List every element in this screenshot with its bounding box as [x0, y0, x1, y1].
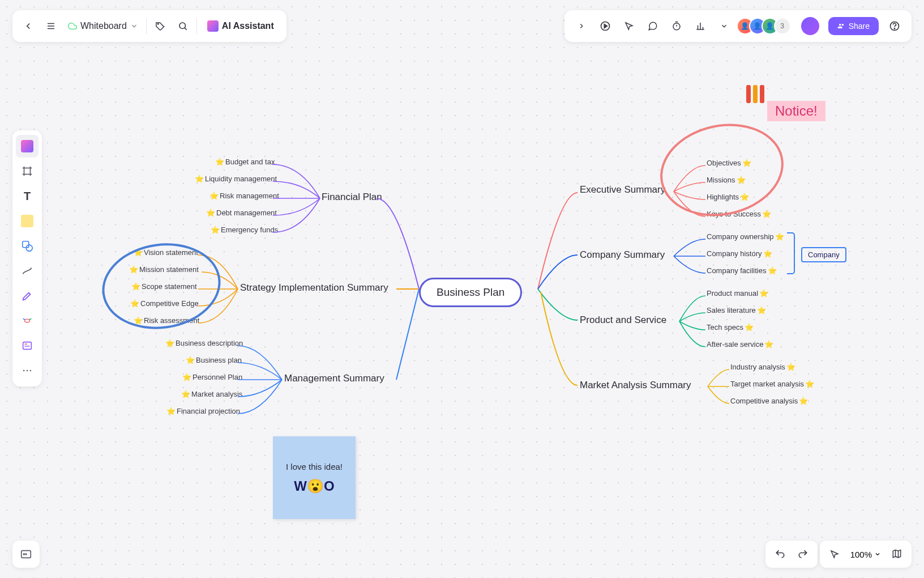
svg-line-23 [23, 318, 25, 320]
document-title: Whiteboard [80, 21, 127, 31]
sticky-note-tool[interactable] [16, 210, 38, 232]
svg-point-21 [26, 245, 32, 251]
svg-rect-25 [23, 342, 32, 350]
mindmap-leaf-node[interactable]: Competitive analysis⭐ [730, 397, 809, 405]
svg-point-28 [23, 370, 25, 372]
svg-point-15 [894, 28, 895, 29]
mindmap-leaf-node[interactable]: ⭐Risk assessment [132, 316, 199, 325]
mindmap-leaf-node[interactable]: ⭐Business description [164, 339, 243, 347]
sticky-note-reaction: W😮O [294, 478, 334, 494]
svg-point-33 [25, 554, 27, 555]
mindmap-leaf-node[interactable]: Missions⭐ [707, 176, 747, 184]
mindmap-leaf-node[interactable]: ⭐Budget and tax [214, 158, 275, 166]
mindmap-leaf-node[interactable]: Objectives⭐ [707, 159, 752, 167]
exclamation-decoration [746, 85, 764, 103]
mindmap-branch-node[interactable]: Executive Summary [580, 184, 665, 196]
canvas[interactable]: Business Plan Financial Plan⭐Budget and … [0, 0, 924, 578]
chart-button[interactable] [689, 15, 712, 37]
mindmap-leaf-node[interactable]: ⭐Debt management [205, 209, 277, 217]
mindmap-leaf-node[interactable]: After-sale service⭐ [707, 340, 775, 348]
timer-button[interactable] [665, 15, 688, 37]
svg-line-24 [29, 318, 32, 320]
ai-logo-icon [207, 20, 219, 32]
notice-annotation[interactable]: Notice! [767, 101, 825, 121]
more-tools[interactable] [16, 359, 38, 382]
svg-rect-20 [23, 241, 29, 248]
mindmap-root-node[interactable]: Business Plan [419, 278, 522, 307]
cursor-mode-button[interactable] [823, 543, 846, 566]
present-button[interactable] [594, 15, 617, 37]
svg-line-5 [185, 28, 186, 29]
ai-content-tool[interactable] [16, 334, 38, 357]
mindmap-branch-node[interactable]: Strategy Implementation Summary [240, 282, 388, 294]
text-tool[interactable]: T [16, 185, 38, 207]
cursor-follow-button[interactable] [618, 15, 640, 37]
expand-button[interactable] [570, 15, 593, 37]
more-button[interactable] [713, 15, 735, 37]
comment-button[interactable] [641, 15, 664, 37]
mindmap-branch-node[interactable]: Product and Service [580, 314, 666, 326]
mindmap-tool[interactable] [16, 309, 38, 332]
document-title-dropdown[interactable]: Whiteboard [62, 21, 144, 31]
sticky-note[interactable]: I love this idea! W😮O [273, 436, 356, 519]
mindmap-branch-node[interactable]: Management Summary [284, 373, 384, 384]
sticky-note-text: I love this idea! [286, 462, 343, 471]
mindmap-leaf-node[interactable]: Company history⭐ [707, 249, 773, 258]
mindmap-leaf-node[interactable]: Company ownership⭐ [707, 232, 785, 241]
svg-point-3 [157, 24, 159, 25]
connector-tool[interactable] [16, 260, 38, 282]
mindmap-branch-node[interactable]: Company Summary [580, 249, 665, 261]
mindmap-leaf-node[interactable]: ⭐Competitive Edge [129, 299, 199, 308]
share-label: Share [849, 22, 870, 31]
company-label-box[interactable]: Company [801, 247, 846, 262]
mindmap-leaf-node[interactable]: Sales literature⭐ [707, 306, 767, 314]
mindmap-leaf-node[interactable]: Company facilities⭐ [707, 266, 778, 275]
mindmap-leaf-node[interactable]: ⭐Financial projection [165, 407, 240, 415]
feedback-button[interactable] [12, 541, 40, 568]
mindmap-leaf-node[interactable]: ⭐Liquidity management [194, 175, 277, 183]
bracket-annotation [787, 232, 795, 274]
mindmap-branch-node[interactable]: Financial Plan [322, 192, 382, 203]
mindmap-leaf-node[interactable]: Highlights⭐ [707, 193, 750, 201]
svg-point-4 [179, 23, 186, 29]
mindmap-leaf-node[interactable]: Target market analysis⭐ [730, 380, 815, 388]
mindmap-branch-node[interactable]: Market Analysis Summary [580, 380, 691, 391]
mindmap-leaf-node[interactable]: ⭐Mission statement [128, 265, 199, 274]
back-button[interactable] [17, 15, 40, 37]
help-button[interactable] [883, 15, 906, 37]
top-toolbar-right: 👤 👤 👤 3 Share [564, 10, 912, 42]
menu-button[interactable] [40, 15, 62, 37]
mindmap-leaf-node[interactable]: ⭐Emergency funds [209, 226, 278, 234]
share-button[interactable]: Share [828, 17, 879, 35]
avatar-count: 3 [774, 18, 791, 35]
zoom-level-dropdown[interactable]: 100% [846, 550, 886, 559]
mindmap-leaf-node[interactable]: ⭐Scope statement [130, 282, 197, 291]
mindmap-leaf-node[interactable]: Tech specs⭐ [707, 323, 755, 332]
mindmap-leaf-node[interactable]: ⭐Vision statement [132, 248, 198, 257]
svg-point-29 [27, 370, 28, 372]
ai-assistant-button[interactable]: AI Assistant [199, 20, 282, 32]
svg-point-32 [23, 554, 24, 555]
mindmap-leaf-node[interactable]: Keys to Success⭐ [707, 210, 772, 218]
undo-button[interactable] [769, 543, 792, 566]
tag-button[interactable] [149, 15, 172, 37]
mindmap-leaf-node[interactable]: ⭐Business plan [185, 356, 242, 364]
bottom-toolbar: 100% [765, 541, 912, 568]
collaborator-avatars[interactable]: 👤 👤 👤 3 [741, 18, 791, 35]
top-toolbar-left: Whiteboard AI Assistant [12, 10, 286, 42]
mindmap-leaf-node[interactable]: Industry analysis⭐ [730, 363, 797, 371]
current-user-avatar[interactable] [801, 17, 819, 35]
pen-tool[interactable] [16, 284, 38, 307]
select-tool[interactable] [16, 135, 38, 158]
minimap-button[interactable] [886, 543, 908, 566]
shape-tool[interactable] [16, 235, 38, 257]
mindmap-leaf-node[interactable]: ⭐Personnel Plan [181, 373, 242, 381]
redo-button[interactable] [792, 543, 814, 566]
ai-assistant-label: AI Assistant [222, 21, 274, 31]
mindmap-leaf-node[interactable]: Product manual⭐ [707, 289, 769, 298]
search-button[interactable] [172, 15, 194, 37]
frame-tool[interactable] [16, 160, 38, 182]
svg-point-22 [24, 319, 29, 322]
mindmap-leaf-node[interactable]: ⭐Risk management [208, 192, 279, 200]
mindmap-leaf-node[interactable]: ⭐Market analysis [180, 390, 242, 398]
